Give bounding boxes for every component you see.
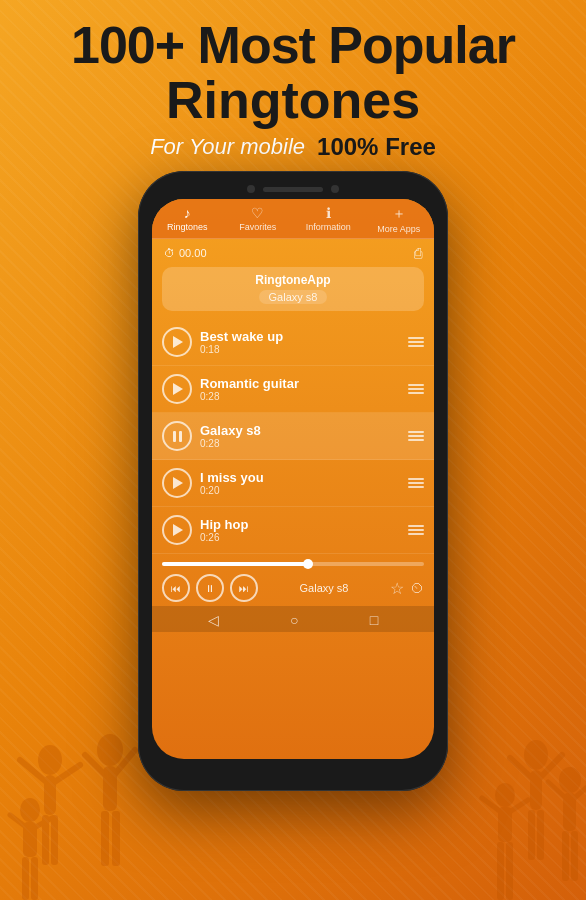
tab-information[interactable]: ℹ Information <box>293 205 364 234</box>
tab-ringtones[interactable]: ♪ Ringtones <box>152 205 223 234</box>
pause-play-button[interactable]: ⏸ <box>196 574 224 602</box>
svg-rect-35 <box>506 842 513 900</box>
song-duration-3: 0:28 <box>200 438 400 449</box>
home-bar: ◁ ○ □ <box>152 606 434 632</box>
now-playing-card: RingtoneApp Galaxy s8 <box>162 267 424 311</box>
svg-rect-29 <box>571 831 578 881</box>
pause-icon-3 <box>173 431 182 442</box>
current-track-display: Galaxy s8 <box>259 290 328 304</box>
status-time: ⏱ 00.00 <box>164 247 207 259</box>
song-info-2: Romantic guitar 0:28 <box>200 376 400 402</box>
phone-top-bar <box>152 185 434 193</box>
song-name-1: Best wake up <box>200 329 400 344</box>
camera-left <box>247 185 255 193</box>
progress-track[interactable] <box>162 562 424 566</box>
song-duration-5: 0:26 <box>200 532 400 543</box>
song-item-2[interactable]: Romantic guitar 0:28 <box>152 366 434 413</box>
song-name-2: Romantic guitar <box>200 376 400 391</box>
app-name: RingtoneApp <box>172 273 414 287</box>
song-name-4: I miss you <box>200 470 400 485</box>
forward-button[interactable]: ⏭ <box>230 574 258 602</box>
progress-fill <box>162 562 306 566</box>
subtitle-normal: For Your mobile <box>150 134 305 160</box>
song-item-1[interactable]: Best wake up 0:18 <box>152 319 434 366</box>
information-label: Information <box>306 222 351 232</box>
play-triangle-5 <box>173 524 183 536</box>
song-duration-2: 0:28 <box>200 391 400 402</box>
play-button-5[interactable] <box>162 515 192 545</box>
progress-bar-section[interactable] <box>152 558 434 570</box>
favorites-label: Favorites <box>239 222 276 232</box>
app-nav: ♪ Ringtones ♡ Favorites ℹ Information ＋ … <box>152 199 434 239</box>
home-button[interactable]: ○ <box>290 612 298 628</box>
back-button[interactable]: ◁ <box>208 612 219 628</box>
song-name-5: Hip hop <box>200 517 400 532</box>
information-icon: ℹ <box>326 205 331 221</box>
camera-right <box>331 185 339 193</box>
time-display: 00.00 <box>179 247 207 259</box>
pause-button-3[interactable] <box>162 421 192 451</box>
tab-more-apps[interactable]: ＋ More Apps <box>364 205 435 234</box>
svg-rect-28 <box>562 831 569 881</box>
more-apps-label: More Apps <box>377 224 420 234</box>
play-button-2[interactable] <box>162 374 192 404</box>
menu-icon-1[interactable] <box>408 337 424 347</box>
song-item-5[interactable]: Hip hop 0:26 <box>152 507 434 554</box>
header-section: 100+ Most Popular Ringtones For Your mob… <box>0 0 586 161</box>
player-track-label: Galaxy s8 <box>264 582 384 594</box>
song-item-4[interactable]: I miss you 0:20 <box>152 460 434 507</box>
share-icon[interactable]: ⎙ <box>414 245 422 261</box>
svg-rect-5 <box>51 815 58 865</box>
play-triangle-2 <box>173 383 183 395</box>
subtitle-row: For Your mobile 100% Free <box>0 133 586 161</box>
ringtones-label: Ringtones <box>167 222 208 232</box>
menu-icon-5[interactable] <box>408 525 424 535</box>
svg-rect-22 <box>528 810 535 860</box>
song-name-3: Galaxy s8 <box>200 423 400 438</box>
phone-device: ♪ Ringtones ♡ Favorites ℹ Information ＋ … <box>138 171 448 791</box>
title-line1: 100+ Most Popular <box>0 18 586 73</box>
svg-rect-11 <box>112 811 120 866</box>
speaker-bar <box>263 187 323 192</box>
menu-icon-4[interactable] <box>408 478 424 488</box>
status-bar: ⏱ 00.00 ⎙ <box>152 239 434 265</box>
song-info-4: I miss you 0:20 <box>200 470 400 496</box>
menu-icon-3[interactable] <box>408 431 424 441</box>
favorite-star-icon[interactable]: ☆ <box>390 579 404 598</box>
timer-icon: ⏱ <box>164 247 175 259</box>
play-triangle-4 <box>173 477 183 489</box>
more-apps-icon: ＋ <box>392 205 406 223</box>
svg-rect-10 <box>101 811 109 866</box>
song-info-3: Galaxy s8 0:28 <box>200 423 400 449</box>
svg-rect-17 <box>31 857 38 900</box>
song-duration-4: 0:20 <box>200 485 400 496</box>
song-info-5: Hip hop 0:26 <box>200 517 400 543</box>
player-controls: ⏮ ⏸ ⏭ Galaxy s8 ☆ ⏲ <box>152 570 434 606</box>
title-line2: Ringtones <box>0 73 586 128</box>
phone-screen: ♪ Ringtones ♡ Favorites ℹ Information ＋ … <box>152 199 434 759</box>
subtitle-bold: 100% Free <box>317 133 436 161</box>
svg-point-12 <box>20 798 40 822</box>
svg-rect-34 <box>497 842 504 900</box>
play-button-4[interactable] <box>162 468 192 498</box>
svg-rect-23 <box>537 810 544 860</box>
svg-rect-16 <box>22 857 29 900</box>
phone-wrapper: ♪ Ringtones ♡ Favorites ℹ Information ＋ … <box>0 171 586 791</box>
favorites-icon: ♡ <box>251 205 264 221</box>
progress-knob[interactable] <box>303 559 313 569</box>
song-item-3[interactable]: Galaxy s8 0:28 <box>152 413 434 460</box>
sleep-timer-icon[interactable]: ⏲ <box>410 580 424 596</box>
ringtones-icon: ♪ <box>184 205 191 221</box>
play-triangle-1 <box>173 336 183 348</box>
rewind-button[interactable]: ⏮ <box>162 574 190 602</box>
tab-favorites[interactable]: ♡ Favorites <box>223 205 294 234</box>
song-list: Best wake up 0:18 Romantic gui <box>152 315 434 558</box>
recents-button[interactable]: □ <box>370 612 378 628</box>
song-info-1: Best wake up 0:18 <box>200 329 400 355</box>
song-duration-1: 0:18 <box>200 344 400 355</box>
menu-icon-2[interactable] <box>408 384 424 394</box>
play-button-1[interactable] <box>162 327 192 357</box>
